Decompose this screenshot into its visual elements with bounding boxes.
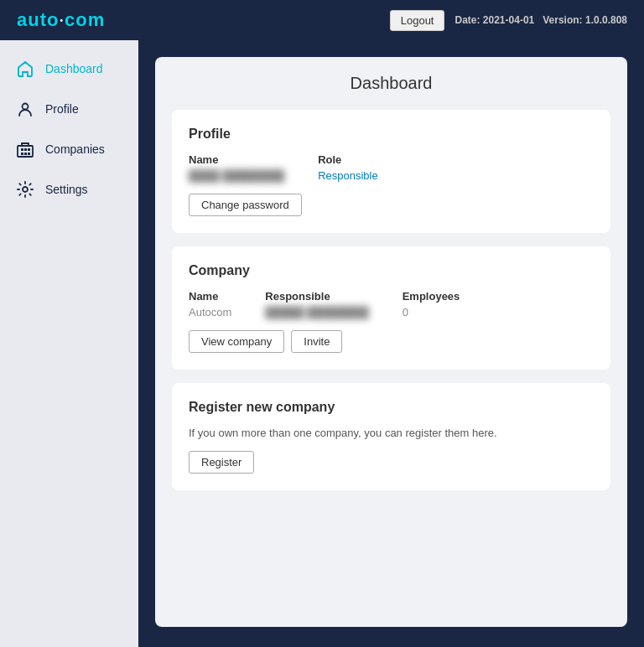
profile-name-block: Name ████ ████████	[189, 153, 284, 182]
logo: auto • com	[17, 9, 105, 31]
register-btn-row: Register	[189, 451, 594, 474]
profile-btn-row: Change password	[189, 194, 594, 216]
date-value: 2021-04-01	[483, 14, 534, 26]
register-card-title: Register new company	[189, 400, 594, 415]
svg-rect-2	[21, 148, 23, 151]
sidebar-item-dashboard[interactable]: Dashboard	[0, 49, 138, 89]
company-btn-row: View company Invite	[189, 330, 594, 353]
svg-rect-4	[28, 148, 30, 151]
sidebar-item-label-companies: Companies	[45, 142, 105, 156]
company-responsible-block: Responsible █████ ████████	[265, 290, 368, 318]
companies-icon	[15, 139, 35, 159]
layout: Dashboard Profile	[0, 40, 644, 647]
profile-role-value: Responsible	[318, 169, 378, 182]
date-label: Date:	[454, 14, 480, 26]
register-description: If you own more than one company, you ca…	[189, 427, 594, 439]
header: auto • com Logout Date: 2021-04-01 Versi…	[0, 0, 644, 40]
profile-name-value: ████ ████████	[189, 169, 284, 182]
page-title: Dashboard	[172, 74, 610, 93]
logo-auto: auto	[17, 9, 59, 31]
company-employees-label: Employees	[402, 290, 460, 303]
version-value: 1.0.0.808	[585, 14, 627, 26]
version-label: Version:	[543, 14, 582, 26]
logout-button[interactable]: Logout	[390, 10, 445, 31]
company-name-block: Name Autocom	[189, 290, 231, 318]
profile-card: Profile Name ████ ████████ Role Responsi…	[172, 110, 610, 233]
svg-point-8	[23, 187, 28, 192]
profile-card-title: Profile	[189, 127, 594, 142]
svg-rect-3	[24, 148, 27, 151]
logo-com: com	[65, 9, 105, 31]
company-responsible-label: Responsible	[265, 290, 368, 303]
profile-name-label: Name	[189, 153, 284, 166]
sidebar: Dashboard Profile	[0, 40, 138, 647]
register-card: Register new company If you own more tha…	[172, 383, 610, 490]
view-company-button[interactable]: View company	[189, 330, 284, 353]
sidebar-item-label-dashboard: Dashboard	[45, 62, 103, 75]
invite-button[interactable]: Invite	[291, 330, 342, 353]
company-responsible-value: █████ ████████	[265, 306, 368, 318]
company-employees-value: 0	[402, 306, 460, 318]
company-card-title: Company	[189, 263, 594, 278]
home-icon	[15, 59, 35, 79]
header-meta: Date: 2021-04-01 Version: 1.0.0.808	[454, 14, 627, 26]
svg-rect-1	[18, 146, 33, 157]
settings-icon	[15, 179, 35, 199]
svg-rect-6	[24, 153, 27, 155]
header-right: Logout Date: 2021-04-01 Version: 1.0.0.8…	[390, 10, 627, 31]
company-name-value: Autocom	[189, 306, 231, 318]
svg-rect-7	[28, 153, 30, 155]
main-inner: Dashboard Profile Name ████ ████████ Rol…	[155, 57, 627, 627]
company-fields-row: Name Autocom Responsible █████ ████████ …	[189, 290, 594, 318]
sidebar-item-label-profile: Profile	[45, 102, 79, 116]
sidebar-item-profile[interactable]: Profile	[0, 89, 138, 129]
svg-rect-5	[21, 153, 23, 155]
profile-icon	[15, 99, 35, 119]
company-name-label: Name	[189, 290, 231, 303]
profile-role-block: Role Responsible	[318, 153, 378, 182]
change-password-button[interactable]: Change password	[189, 194, 302, 216]
register-button[interactable]: Register	[189, 451, 254, 474]
company-employees-block: Employees 0	[402, 290, 460, 318]
main-content: Dashboard Profile Name ████ ████████ Rol…	[138, 40, 644, 647]
sidebar-item-settings[interactable]: Settings	[0, 169, 138, 210]
sidebar-item-label-settings: Settings	[45, 183, 88, 196]
svg-point-0	[23, 104, 29, 110]
company-card: Company Name Autocom Responsible █████ █…	[172, 246, 610, 370]
logo-dot: •	[60, 16, 64, 25]
profile-fields-row: Name ████ ████████ Role Responsible	[189, 153, 594, 182]
profile-role-label: Role	[318, 153, 378, 166]
sidebar-item-companies[interactable]: Companies	[0, 129, 138, 169]
